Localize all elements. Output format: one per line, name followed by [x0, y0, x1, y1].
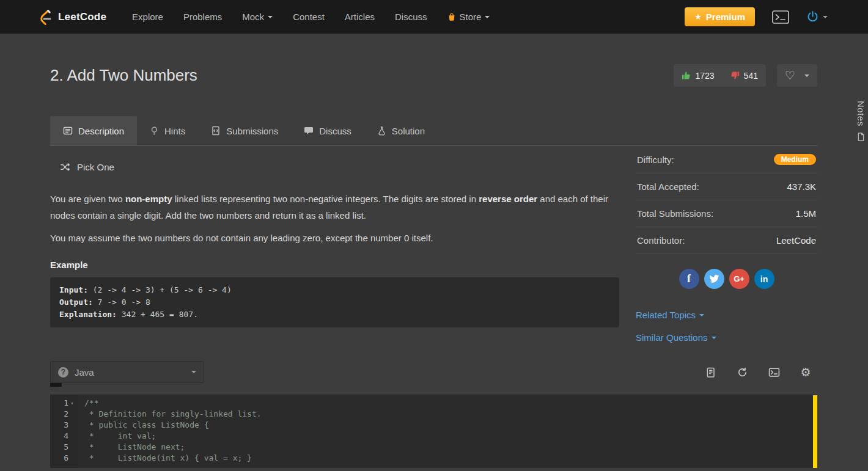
- notes-panel-toggle[interactable]: Notes: [856, 101, 866, 142]
- title-actions: 1723 541 ♡: [674, 64, 817, 87]
- leetcode-logo[interactable]: LeetCode: [37, 9, 106, 25]
- terminal-icon: [771, 9, 790, 25]
- tab-hints[interactable]: Hints: [137, 116, 198, 145]
- nav-problems[interactable]: Problems: [183, 12, 222, 22]
- thumbs-down-icon: [730, 71, 740, 80]
- nav-explore[interactable]: Explore: [132, 12, 163, 22]
- example-heading: Example: [50, 260, 619, 270]
- content-columns: Pick One You are given two non-empty lin…: [50, 146, 817, 343]
- editor-settings-button[interactable]: ⚙: [794, 362, 817, 382]
- note-doc-icon: [856, 132, 866, 142]
- tab-description[interactable]: Description: [50, 116, 137, 145]
- main-content: 2. Add Two Numbers 1723: [0, 64, 868, 468]
- stat-total-submissions: Total Submissions: 1.5M: [636, 200, 817, 227]
- discuss-bubble-icon: [304, 126, 314, 136]
- pick-one-button[interactable]: Pick One: [60, 162, 619, 172]
- heart-icon: ♡: [785, 70, 795, 81]
- copy-code-button[interactable]: [699, 362, 722, 382]
- nav-contest[interactable]: Contest: [293, 12, 325, 22]
- related-topics-toggle[interactable]: Related Topics: [636, 310, 817, 320]
- nav-discuss[interactable]: Discuss: [395, 12, 427, 22]
- linkedin-icon[interactable]: in: [754, 269, 774, 289]
- account-power-button[interactable]: [806, 10, 828, 23]
- code-doc-icon: [705, 367, 716, 378]
- power-icon: [806, 10, 819, 23]
- downvote-count: 541: [744, 71, 758, 81]
- gutter-line: 2: [50, 409, 76, 420]
- tab-discuss[interactable]: Discuss: [291, 116, 364, 145]
- stat-contributor: Contributor: LeetCode: [636, 227, 817, 254]
- gutter-line: 3: [50, 420, 76, 431]
- problem-paragraph-2: You may assume the two numbers do not co…: [50, 230, 619, 246]
- gutter-line: 5: [50, 442, 76, 453]
- code-line: * Definition for singly-linked list.: [84, 409, 817, 420]
- nav-mock[interactable]: Mock: [242, 12, 273, 22]
- stat-difficulty: Difficulty: Medium: [636, 146, 817, 173]
- thumbs-up-icon: [682, 71, 691, 80]
- facebook-icon[interactable]: f: [679, 269, 699, 289]
- favorite-button[interactable]: ♡: [777, 64, 817, 87]
- gutter-line: 1▾: [50, 398, 76, 409]
- navbar-actions: ★ Premium: [685, 7, 828, 26]
- reset-code-button[interactable]: [730, 362, 754, 382]
- similar-questions-toggle[interactable]: Similar Questions: [636, 332, 817, 343]
- chevron-down-icon: [268, 16, 273, 18]
- playground-terminal-button[interactable]: [771, 9, 790, 25]
- difficulty-badge[interactable]: Medium: [774, 154, 816, 165]
- chevron-down-icon: [712, 337, 716, 339]
- chevron-down-icon: [485, 16, 490, 18]
- gutter-line: 6: [50, 453, 76, 464]
- editor-gutter: 1▾ 2 3 4 5 6: [50, 395, 78, 468]
- solution-flask-icon: [377, 126, 386, 136]
- page-title: 2. Add Two Numbers: [50, 66, 197, 85]
- console-button[interactable]: [762, 362, 785, 382]
- star-icon: ★: [694, 13, 702, 21]
- example-code-block: Input: (2 -> 4 -> 3) + (5 -> 6 -> 4) Out…: [50, 277, 619, 327]
- googleplus-icon[interactable]: G+: [729, 269, 749, 289]
- nav-store[interactable]: Store: [447, 12, 490, 22]
- tab-bar: Description Hints Submissions Discuss: [50, 116, 817, 146]
- store-bag-icon: [447, 12, 456, 21]
- example-output-line: Output: 7 -> 0 -> 8: [59, 296, 610, 309]
- problem-sidebar: Difficulty: Medium Total Accepted: 437.3…: [636, 146, 817, 343]
- stat-total-accepted: Total Accepted: 437.3K: [636, 173, 817, 200]
- description-icon: [63, 126, 73, 136]
- social-share-row: f G+ in: [636, 269, 817, 289]
- upvote-count: 1723: [695, 71, 714, 81]
- twitter-icon[interactable]: [704, 269, 724, 289]
- vote-group: 1723 541: [674, 64, 766, 87]
- title-row: 2. Add Two Numbers 1723: [50, 64, 817, 87]
- language-select[interactable]: ? Java: [50, 361, 204, 383]
- editor-toolbar: ? Java: [50, 361, 817, 383]
- selected-language: Java: [75, 367, 188, 378]
- downvote-button[interactable]: 541: [723, 71, 766, 81]
- help-icon: ?: [58, 367, 68, 378]
- chevron-down-icon: [804, 75, 809, 77]
- tab-solution[interactable]: Solution: [364, 116, 438, 145]
- example-input-line: Input: (2 -> 4 -> 3) + (5 -> 6 -> 4): [59, 284, 610, 296]
- upvote-button[interactable]: 1723: [674, 71, 722, 81]
- tab-submissions[interactable]: Submissions: [198, 116, 291, 145]
- editor-code-area[interactable]: /** * Definition for singly-linked list.…: [78, 395, 817, 468]
- code-editor[interactable]: 1▾ 2 3 4 5 6 /** * Definition for singly…: [50, 395, 817, 468]
- brand-name: LeetCode: [58, 11, 106, 23]
- navbar: LeetCode Explore Problems Mock Contest A…: [0, 0, 868, 34]
- code-line: /**: [84, 398, 817, 409]
- editor-scrollbar[interactable]: [813, 395, 817, 468]
- premium-button[interactable]: ★ Premium: [685, 7, 755, 26]
- chevron-down-icon: [699, 314, 704, 316]
- terminal-icon: [768, 367, 780, 378]
- submissions-icon: [211, 126, 221, 136]
- code-fold-icon[interactable]: ▾: [68, 398, 76, 409]
- code-line: * public class ListNode {: [84, 420, 817, 431]
- code-line: * ListNode next;: [84, 442, 817, 453]
- code-line: * ListNode(int x) { val = x; }: [84, 453, 817, 464]
- leetcode-logo-icon: [37, 9, 53, 25]
- gutter-line: 4: [50, 431, 76, 442]
- hint-bulb-icon: [150, 126, 159, 136]
- example-explanation-line: Explanation: 342 + 465 = 807.: [59, 309, 610, 321]
- problem-paragraph-1: You are given two non-empty linked lists…: [50, 191, 619, 224]
- code-line: * int val;: [84, 431, 817, 442]
- nav-articles[interactable]: Articles: [345, 12, 375, 22]
- language-select-notch: [50, 383, 62, 387]
